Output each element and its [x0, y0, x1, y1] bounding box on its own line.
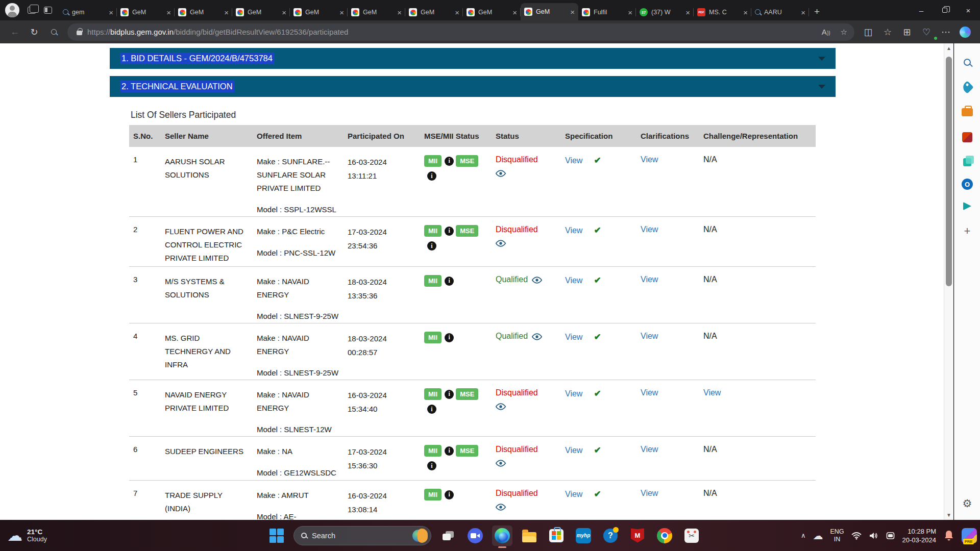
sidebar-drop-icon[interactable]	[959, 197, 976, 215]
hp-support-icon[interactable]: ?	[600, 525, 621, 546]
tab-close-icon[interactable]: ×	[109, 9, 113, 16]
scroll-down-icon[interactable]: ▼	[944, 512, 953, 518]
eye-icon[interactable]	[496, 504, 506, 511]
challenge-view-link[interactable]: View	[703, 388, 721, 397]
address-bar[interactable]: https://bidplus.gem.gov.in/bidding/bid/g…	[67, 23, 854, 41]
eye-icon[interactable]	[496, 170, 506, 177]
eye-icon[interactable]	[496, 460, 506, 467]
browser-essentials-icon[interactable]: ♡	[917, 23, 936, 41]
scrollbar-thumb[interactable]	[946, 57, 952, 286]
specification-view-link[interactable]: View	[565, 389, 582, 398]
edge-taskbar-icon[interactable]	[492, 525, 512, 546]
sidebar-designer-icon[interactable]	[959, 154, 976, 171]
clarifications-view-link[interactable]: View	[641, 388, 658, 397]
start-button[interactable]	[266, 525, 287, 546]
mcafee-icon[interactable]: M	[627, 525, 648, 546]
url-text[interactable]: https://bidplus.gem.gov.in/bidding/bid/g…	[87, 28, 816, 36]
browser-tab[interactable]: GeM×	[232, 4, 290, 20]
browser-tab[interactable]: GeM×	[117, 4, 175, 20]
snipping-tool-icon[interactable]: ✂	[681, 525, 702, 546]
eye-icon[interactable]	[496, 240, 506, 247]
settings-more-icon[interactable]: ⋯	[936, 23, 955, 41]
clarifications-view-link[interactable]: View	[641, 489, 658, 497]
clarifications-view-link[interactable]: View	[641, 332, 658, 340]
specification-view-link[interactable]: View	[565, 490, 582, 498]
bid-details-section-header[interactable]: 1. BID DETAILS - GEM/2024/B/4753784	[110, 48, 836, 69]
sidebar-outlook-icon[interactable]: O	[962, 179, 973, 190]
restore-button[interactable]	[933, 0, 957, 20]
onedrive-icon[interactable]: ☁	[813, 530, 823, 542]
browser-tab[interactable]: Fulfil×	[578, 4, 636, 20]
eye-icon[interactable]	[532, 333, 542, 340]
favorite-star-icon[interactable]: ☆	[841, 28, 847, 37]
copilot-icon[interactable]	[955, 23, 975, 41]
mii-badge[interactable]: MII	[424, 445, 442, 457]
microsoft-store-icon[interactable]	[546, 525, 567, 546]
browser-tab[interactable]: GeM×	[405, 4, 463, 20]
weather-widget[interactable]: ☁ 21°C Cloudy	[0, 528, 102, 543]
info-icon[interactable]: i	[445, 227, 454, 236]
tab-close-icon[interactable]: ×	[570, 8, 575, 16]
tab-close-icon[interactable]: ×	[512, 9, 517, 16]
browser-tab[interactable]: GeM×	[348, 4, 405, 20]
toolbar-search-icon[interactable]	[44, 23, 63, 41]
browser-tab[interactable]: PDFMS. C×	[694, 4, 751, 20]
favorites-bar-icon[interactable]: ☆	[878, 23, 897, 41]
clarifications-view-link[interactable]: View	[641, 225, 658, 234]
language-indicator[interactable]: ENG IN	[830, 528, 844, 543]
scroll-up-icon[interactable]: ▲	[944, 45, 953, 51]
browser-tab[interactable]: GeM×	[521, 3, 578, 20]
browser-tab[interactable]: 37(37) W×	[636, 4, 694, 20]
split-screen-icon[interactable]: ◫	[859, 23, 878, 41]
browser-tab[interactable]: GeM×	[290, 4, 348, 20]
technical-evaluation-section-header[interactable]: 2. TECHNICAL EVALUATION	[110, 76, 836, 97]
chat-teams-icon[interactable]	[465, 525, 485, 546]
info-icon[interactable]: i	[445, 333, 454, 342]
profile-avatar-icon[interactable]	[5, 3, 19, 17]
search-highlight-icon[interactable]	[412, 528, 428, 543]
mii-badge[interactable]: MII	[424, 388, 442, 400]
specification-view-link[interactable]: View	[565, 156, 582, 165]
mii-badge[interactable]: MII	[424, 275, 442, 287]
back-icon[interactable]: ←	[5, 23, 24, 41]
clarifications-view-link[interactable]: View	[641, 445, 658, 454]
tab-close-icon[interactable]: ×	[685, 9, 690, 16]
page-scrollbar[interactable]: ▲ ▼	[944, 43, 953, 520]
info-icon[interactable]: i	[445, 446, 454, 456]
tab-close-icon[interactable]: ×	[743, 9, 748, 16]
info-icon[interactable]: i	[427, 405, 436, 414]
tab-close-icon[interactable]: ×	[397, 9, 402, 16]
clock-widget[interactable]: 10:28 PM 20-03-2024	[902, 527, 937, 544]
eye-icon[interactable]	[532, 277, 542, 284]
tab-close-icon[interactable]: ×	[282, 9, 286, 16]
mse-badge[interactable]: MSE	[456, 445, 478, 457]
chrome-icon[interactable]	[654, 525, 675, 546]
info-icon[interactable]: i	[427, 241, 436, 251]
info-icon[interactable]: i	[445, 490, 454, 499]
tray-overflow-icon[interactable]: ∧	[801, 532, 806, 539]
mii-badge[interactable]: MII	[424, 489, 442, 500]
tab-actions-icon[interactable]	[44, 7, 52, 14]
info-icon[interactable]: i	[427, 171, 436, 181]
chevron-down-icon[interactable]	[818, 85, 825, 89]
minimize-button[interactable]: –	[910, 0, 933, 20]
sidebar-search-icon[interactable]	[959, 54, 976, 71]
eye-icon[interactable]	[496, 403, 506, 410]
mii-badge[interactable]: MII	[424, 155, 442, 167]
workspaces-icon[interactable]	[28, 7, 36, 14]
close-button[interactable]: ×	[957, 0, 980, 20]
collections-icon[interactable]: ⊞	[897, 23, 917, 41]
specification-view-link[interactable]: View	[565, 333, 582, 341]
browser-tab[interactable]: AARU×	[751, 4, 809, 20]
info-icon[interactable]: i	[427, 461, 436, 470]
tab-close-icon[interactable]: ×	[801, 9, 805, 16]
mse-badge[interactable]: MSE	[456, 155, 478, 167]
file-explorer-icon[interactable]	[519, 525, 540, 546]
sidebar-settings-icon[interactable]: ⚙	[959, 495, 976, 512]
notifications-bell-icon[interactable]	[943, 530, 954, 542]
chevron-down-icon[interactable]	[818, 57, 825, 61]
tab-close-icon[interactable]: ×	[166, 9, 171, 16]
browser-tab[interactable]: gem×	[59, 4, 117, 20]
mii-badge[interactable]: MII	[424, 332, 442, 343]
read-aloud-icon[interactable]: A))	[822, 28, 830, 36]
